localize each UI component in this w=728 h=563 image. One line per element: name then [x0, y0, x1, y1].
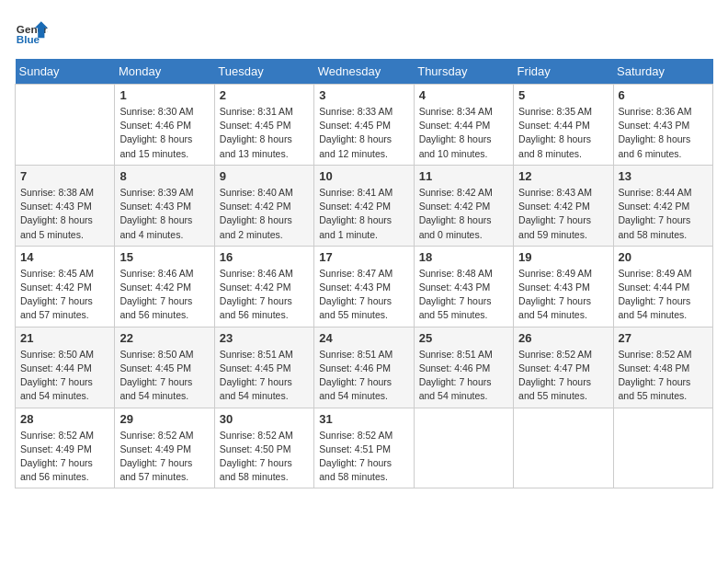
calendar-week-row: 28Sunrise: 8:52 AMSunset: 4:49 PMDayligh…	[16, 408, 713, 488]
daylight-text: Daylight: 7 hours and 58 minutes.	[619, 213, 708, 241]
day-number: 31	[319, 412, 408, 426]
calendar-cell: 28Sunrise: 8:52 AMSunset: 4:49 PMDayligh…	[16, 408, 115, 488]
day-info: Sunrise: 8:51 AMSunset: 4:45 PMDaylight:…	[220, 348, 309, 404]
daylight-text: Daylight: 7 hours and 55 minutes.	[619, 375, 708, 403]
sunrise-text: Sunrise: 8:41 AM	[319, 186, 408, 200]
day-info: Sunrise: 8:47 AMSunset: 4:43 PMDaylight:…	[319, 267, 408, 323]
calendar-cell: 14Sunrise: 8:45 AMSunset: 4:42 PMDayligh…	[16, 246, 115, 327]
sunrise-text: Sunrise: 8:43 AM	[518, 186, 608, 200]
daylight-text: Daylight: 7 hours and 59 minutes.	[518, 213, 608, 241]
sunrise-text: Sunrise: 8:48 AM	[419, 267, 508, 281]
header-friday: Friday	[514, 59, 613, 85]
sunset-text: Sunset: 4:42 PM	[220, 281, 309, 294]
daylight-text: Daylight: 7 hours and 54 minutes.	[220, 375, 309, 403]
day-info: Sunrise: 8:49 AMSunset: 4:44 PMDaylight:…	[619, 267, 708, 323]
daylight-text: Daylight: 7 hours and 54 minutes.	[119, 375, 209, 403]
daylight-text: Daylight: 7 hours and 55 minutes.	[319, 294, 408, 322]
header-saturday: Saturday	[613, 59, 712, 85]
day-info: Sunrise: 8:40 AMSunset: 4:42 PMDaylight:…	[220, 186, 309, 242]
day-info: Sunrise: 8:36 AMSunset: 4:43 PMDaylight:…	[619, 105, 708, 161]
day-info: Sunrise: 8:35 AMSunset: 4:44 PMDaylight:…	[518, 105, 608, 161]
sunrise-text: Sunrise: 8:45 AM	[20, 267, 109, 281]
sunset-text: Sunset: 4:42 PM	[119, 281, 209, 294]
day-info: Sunrise: 8:52 AMSunset: 4:49 PMDaylight:…	[20, 429, 109, 485]
sunrise-text: Sunrise: 8:44 AM	[619, 186, 708, 200]
calendar-week-row: 1Sunrise: 8:30 AMSunset: 4:46 PMDaylight…	[16, 85, 713, 166]
calendar-cell: 24Sunrise: 8:51 AMSunset: 4:46 PMDayligh…	[314, 327, 414, 408]
calendar-cell: 22Sunrise: 8:50 AMSunset: 4:45 PMDayligh…	[115, 327, 214, 408]
sunrise-text: Sunrise: 8:51 AM	[220, 348, 309, 362]
calendar-week-row: 14Sunrise: 8:45 AMSunset: 4:42 PMDayligh…	[16, 246, 713, 327]
sunrise-text: Sunrise: 8:51 AM	[419, 348, 508, 362]
sunset-text: Sunset: 4:42 PM	[20, 281, 109, 294]
sunrise-text: Sunrise: 8:49 AM	[518, 267, 608, 281]
day-number: 5	[518, 88, 608, 102]
daylight-text: Daylight: 8 hours and 2 minutes.	[220, 213, 309, 241]
day-info: Sunrise: 8:33 AMSunset: 4:45 PMDaylight:…	[319, 105, 408, 161]
day-info: Sunrise: 8:44 AMSunset: 4:42 PMDaylight:…	[619, 186, 708, 242]
logo: General Blue	[15, 15, 51, 48]
sunrise-text: Sunrise: 8:52 AM	[619, 348, 708, 362]
daylight-text: Daylight: 7 hours and 54 minutes.	[419, 375, 508, 403]
sunrise-text: Sunrise: 8:49 AM	[619, 267, 708, 281]
daylight-text: Daylight: 8 hours and 15 minutes.	[119, 132, 209, 160]
sunset-text: Sunset: 4:45 PM	[220, 119, 309, 132]
calendar-cell: 16Sunrise: 8:46 AMSunset: 4:42 PMDayligh…	[214, 246, 313, 327]
daylight-text: Daylight: 8 hours and 5 minutes.	[20, 213, 109, 241]
day-number: 19	[518, 250, 608, 264]
daylight-text: Daylight: 8 hours and 0 minutes.	[419, 213, 508, 241]
day-info: Sunrise: 8:52 AMSunset: 4:49 PMDaylight:…	[119, 429, 209, 485]
day-number: 24	[319, 331, 408, 345]
day-number: 30	[220, 412, 309, 426]
weekday-header-row: Sunday Monday Tuesday Wednesday Thursday…	[16, 59, 713, 85]
calendar-cell: 21Sunrise: 8:50 AMSunset: 4:44 PMDayligh…	[16, 327, 115, 408]
sunset-text: Sunset: 4:46 PM	[419, 362, 508, 375]
calendar-cell: 30Sunrise: 8:52 AMSunset: 4:50 PMDayligh…	[214, 408, 313, 488]
day-info: Sunrise: 8:31 AMSunset: 4:45 PMDaylight:…	[220, 105, 309, 161]
sunset-text: Sunset: 4:43 PM	[619, 119, 708, 132]
day-info: Sunrise: 8:45 AMSunset: 4:42 PMDaylight:…	[20, 267, 109, 323]
sunset-text: Sunset: 4:49 PM	[20, 442, 109, 456]
calendar-cell	[16, 85, 115, 166]
sunrise-text: Sunrise: 8:33 AM	[319, 105, 408, 119]
day-number: 12	[518, 169, 608, 183]
calendar-cell: 9Sunrise: 8:40 AMSunset: 4:42 PMDaylight…	[214, 165, 313, 246]
daylight-text: Daylight: 8 hours and 10 minutes.	[419, 132, 508, 160]
day-number: 10	[319, 169, 408, 183]
header-thursday: Thursday	[414, 59, 513, 85]
calendar-cell: 1Sunrise: 8:30 AMSunset: 4:46 PMDaylight…	[115, 85, 214, 166]
sunset-text: Sunset: 4:43 PM	[319, 281, 408, 294]
sunrise-text: Sunrise: 8:50 AM	[119, 348, 209, 362]
day-number: 16	[220, 250, 309, 264]
day-info: Sunrise: 8:46 AMSunset: 4:42 PMDaylight:…	[119, 267, 209, 323]
calendar-cell: 19Sunrise: 8:49 AMSunset: 4:43 PMDayligh…	[514, 246, 613, 327]
header-monday: Monday	[115, 59, 214, 85]
day-info: Sunrise: 8:52 AMSunset: 4:48 PMDaylight:…	[619, 348, 708, 404]
calendar-cell: 20Sunrise: 8:49 AMSunset: 4:44 PMDayligh…	[613, 246, 712, 327]
day-number: 15	[119, 250, 209, 264]
day-number: 11	[419, 169, 508, 183]
day-number: 13	[619, 169, 708, 183]
day-number: 20	[619, 250, 708, 264]
sunrise-text: Sunrise: 8:42 AM	[419, 186, 508, 200]
svg-text:Blue: Blue	[17, 33, 40, 45]
sunset-text: Sunset: 4:46 PM	[119, 119, 209, 132]
sunset-text: Sunset: 4:44 PM	[518, 119, 608, 132]
day-info: Sunrise: 8:49 AMSunset: 4:43 PMDaylight:…	[518, 267, 608, 323]
sunrise-text: Sunrise: 8:52 AM	[518, 348, 608, 362]
calendar-cell: 13Sunrise: 8:44 AMSunset: 4:42 PMDayligh…	[613, 165, 712, 246]
day-number: 6	[619, 88, 708, 102]
day-info: Sunrise: 8:38 AMSunset: 4:43 PMDaylight:…	[20, 186, 109, 242]
sunset-text: Sunset: 4:43 PM	[20, 200, 109, 213]
day-number: 17	[319, 250, 408, 264]
sunset-text: Sunset: 4:51 PM	[319, 442, 408, 456]
day-number: 4	[419, 88, 508, 102]
daylight-text: Daylight: 7 hours and 58 minutes.	[220, 456, 309, 484]
calendar-cell: 15Sunrise: 8:46 AMSunset: 4:42 PMDayligh…	[115, 246, 214, 327]
day-info: Sunrise: 8:52 AMSunset: 4:47 PMDaylight:…	[518, 348, 608, 404]
calendar-cell: 23Sunrise: 8:51 AMSunset: 4:45 PMDayligh…	[214, 327, 313, 408]
page-header: General Blue	[15, 15, 713, 48]
calendar-cell	[613, 408, 712, 488]
sunset-text: Sunset: 4:44 PM	[419, 119, 508, 132]
day-number: 18	[419, 250, 508, 264]
